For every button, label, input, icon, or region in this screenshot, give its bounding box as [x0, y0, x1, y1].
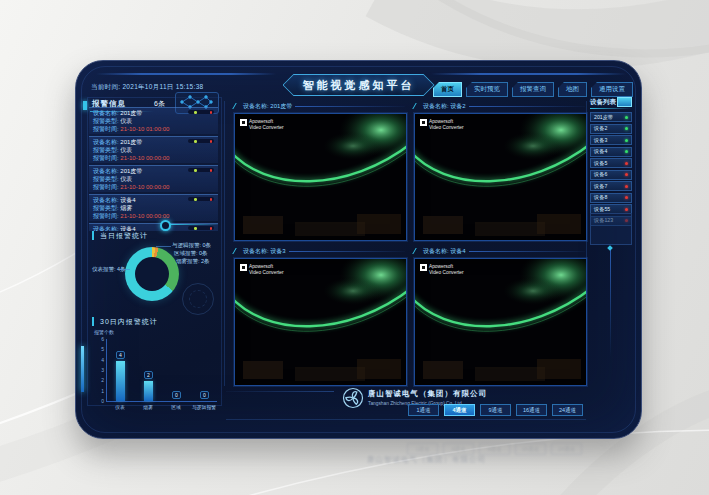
alarm-type-value: 烟雾 — [120, 205, 132, 211]
device-list-empty-box — [590, 213, 632, 245]
footer-bottom-line — [226, 419, 586, 420]
watermark-line2: Video Converter — [429, 270, 464, 275]
video-feed-1[interactable]: ApowersoftVideo Converter — [234, 113, 407, 241]
channel-button-1[interactable]: 1通道 — [408, 404, 439, 416]
dashboard-panel: 当前时间: 2021年10月11日 15:15:38 智能视觉感知平台 首页 实… — [75, 60, 642, 439]
donut-callout-smoke: 烟雾报警: 2条 — [176, 258, 210, 265]
bar-x-label: 烟雾 — [133, 404, 163, 410]
nav-tab-live-preview[interactable]: 实时预览 — [466, 82, 508, 97]
donut-callout-area: 区域报警: 0条 — [174, 250, 208, 257]
top-nav: 首页 实时预览 报警查询 地图 通用设置 — [433, 82, 633, 97]
left-scrollbar[interactable] — [81, 346, 84, 392]
alarm-device-label: 设备名称: — [93, 139, 119, 145]
slash-deco-icon — [412, 248, 421, 254]
video-title: 设备名称: 设备2 — [423, 102, 466, 111]
alarm-card[interactable]: 设备名称: 201皮带 报警类型: 仪表 报警时间: 21-10-10 01:0… — [89, 107, 218, 134]
slash-deco-icon — [412, 103, 421, 109]
device-status-dot — [625, 139, 628, 142]
device-name: 设备5 — [594, 160, 607, 167]
device-row[interactable]: 设备4 — [590, 147, 632, 157]
device-row[interactable]: 设备7 — [590, 181, 632, 191]
device-name: 设备7 — [594, 183, 607, 190]
alarm-type-label: 报警类型: — [93, 147, 119, 153]
device-search-button[interactable] — [617, 97, 632, 107]
device-status-dot — [625, 162, 628, 165]
callout-connector — [120, 269, 130, 270]
watermark-line2: Video Converter — [249, 270, 284, 275]
reflection-company: 唐山智诚电气（集团）有限公司 — [367, 455, 486, 465]
alarm-type-label: 报警类型: — [93, 176, 119, 182]
panel-reflection: 1通道4通道9通道16通道24通道 唐山智诚电气（集团）有限公司 — [75, 441, 640, 491]
bar-x-label: 区域 — [161, 404, 191, 410]
y-tick: 5 — [95, 346, 104, 352]
company-name-cn: 唐山智诚电气（集团）有限公司 — [368, 389, 487, 399]
section-divider-ring — [160, 220, 171, 231]
alarm-device-label: 设备名称: — [93, 197, 119, 203]
alarm-card[interactable]: 设备名称: 设备4 报警类型: 烟雾 报警时间: 21-10-10 00:00:… — [89, 194, 218, 221]
video-watermark: ApowersoftVideo Converter — [420, 264, 464, 275]
alarm-type-value: 仪表 — [120, 118, 132, 124]
video-panel-header: 设备名称: 设备3 — [234, 246, 405, 256]
device-row[interactable]: 设备3 — [590, 135, 632, 145]
company-logo — [342, 387, 364, 409]
nav-tab-home[interactable]: 首页 — [433, 82, 462, 97]
alarm-severity-indicator — [188, 139, 214, 143]
device-row[interactable]: 设备2 — [590, 124, 632, 134]
right-deco-vline — [610, 249, 611, 357]
channel-button-16[interactable]: 16通道 — [516, 404, 547, 416]
bar — [116, 361, 125, 401]
device-name: 设备8 — [594, 194, 607, 201]
device-name: 201皮带 — [594, 114, 613, 121]
header-line — [469, 251, 585, 252]
device-status-dot — [625, 185, 628, 188]
device-row[interactable]: 设备5 — [590, 158, 632, 168]
video-panel-header: 设备名称: 201皮带 — [234, 101, 405, 111]
alarm-device-label: 设备名称: — [93, 110, 119, 116]
device-row[interactable]: 201皮带 — [590, 112, 632, 122]
screenshot-stage: { "header": { "time": "当前时间: 2021年10月11日… — [0, 0, 709, 495]
bar-column: 0 — [199, 391, 210, 401]
device-name: 设备6 — [594, 171, 607, 178]
alarm-card[interactable]: 设备名称: 201皮带 报警类型: 仪表 报警时间: 21-10-10 00:0… — [89, 136, 218, 163]
channel-button-24[interactable]: 24通道 — [552, 404, 583, 416]
channel-button-9[interactable]: 9通道 — [480, 404, 511, 416]
y-tick: 6 — [95, 336, 104, 342]
alarm-type-value: 仪表 — [120, 176, 132, 182]
alarm-device-value: 201皮带 — [120, 139, 142, 145]
alarm-severity-indicator — [188, 226, 214, 230]
video-title: 设备名称: 设备3 — [243, 247, 286, 256]
alarm-severity-indicator — [188, 197, 214, 201]
footer-deco-line — [226, 391, 334, 392]
alarm-card[interactable]: 设备名称: 201皮带 报警类型: 仪表 报警时间: 21-10-10 00:0… — [89, 165, 218, 192]
slash-deco-icon — [232, 103, 241, 109]
alarm-device-label: 设备名称: — [93, 168, 119, 174]
channel-button-4[interactable]: 4通道 — [444, 404, 475, 416]
video-feed-4[interactable]: ApowersoftVideo Converter — [414, 258, 587, 386]
bar-x-label: 与逻辑报警 — [189, 404, 219, 410]
device-row[interactable]: 设备8 — [590, 193, 632, 203]
y-tick: 4 — [95, 357, 104, 363]
alarm-type-label: 报警类型: — [93, 118, 119, 124]
device-status-dot — [625, 150, 628, 153]
video-feed-3[interactable]: ApowersoftVideo Converter — [234, 258, 407, 386]
nav-tab-alarm-query[interactable]: 报警查询 — [512, 82, 554, 97]
alarm-list: 设备名称: 201皮带 报警类型: 仪表 报警时间: 21-10-10 01:0… — [89, 107, 218, 231]
header-line — [295, 106, 405, 107]
watermark-line2: Video Converter — [429, 125, 464, 130]
nav-tab-settings[interactable]: 通用设置 — [591, 82, 633, 97]
bar-x-label: 仪表 — [105, 404, 135, 410]
alarm-time-value: 21-10-10 00:00:00 — [120, 184, 169, 190]
alarm-time-label: 报警时间: — [93, 184, 119, 190]
device-row[interactable]: 设备6 — [590, 170, 632, 180]
device-name: 设备4 — [594, 148, 607, 155]
alarm-device-value: 201皮带 — [120, 110, 142, 116]
bar-chart: 0 1 2 3 4 5 6 4 2 0 0 仪表 烟雾 区域 与逻辑报警 — [106, 339, 217, 402]
y-tick: 0 — [95, 398, 104, 404]
video-feed-2[interactable]: ApowersoftVideo Converter — [414, 113, 587, 241]
watermark-line2: Video Converter — [249, 125, 284, 130]
alarm-time-label: 报警时间: — [93, 126, 119, 132]
watermark-line1: Apowersoft — [249, 264, 273, 269]
nav-tab-map[interactable]: 地图 — [558, 82, 587, 97]
video-title: 设备名称: 201皮带 — [243, 102, 292, 111]
device-name: 设备2 — [594, 125, 607, 132]
